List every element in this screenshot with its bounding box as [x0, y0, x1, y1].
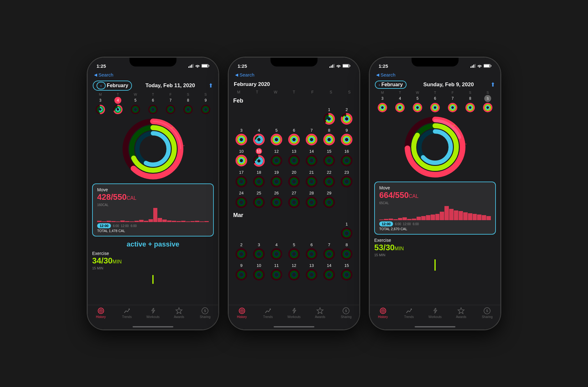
- svg-point-73: [239, 137, 244, 142]
- cal-ring-18: [253, 176, 265, 188]
- signal-icon-2: [329, 64, 334, 68]
- cal-week-mar-1: 1: [232, 220, 356, 241]
- svg-point-145: [274, 179, 279, 184]
- time-3: 1:25: [379, 63, 388, 69]
- cal-ring-mar3: [253, 248, 265, 260]
- header-1: ‹ February Today, Feb 11, 2020 ⬆: [88, 79, 218, 93]
- tab-sharing-3[interactable]: S Sharing: [474, 307, 500, 319]
- day-col-f-3: F 7: [444, 91, 461, 113]
- tab-workouts-1[interactable]: Workouts: [140, 307, 166, 319]
- day-col-t-3: T 4: [391, 91, 409, 113]
- search-bar-3[interactable]: ◀ Search: [370, 72, 500, 79]
- svg-point-288: [382, 310, 384, 311]
- phones-container: 1:25 ◀ Search ‹ February: [87, 57, 501, 330]
- svg-point-199: [344, 252, 349, 256]
- exercise-bar-1: [152, 275, 154, 284]
- tab-label-history-2: History: [237, 315, 247, 319]
- svg-rect-6: [209, 65, 209, 67]
- search-bar-1[interactable]: ◀ Search: [88, 72, 218, 79]
- tab-sharing-2[interactable]: S Sharing: [333, 307, 359, 319]
- day-col-s2: S 9: [197, 93, 214, 114]
- tab-label-history-3: History: [378, 315, 388, 319]
- tab-trends-2[interactable]: Trends: [255, 307, 281, 319]
- svg-point-169: [292, 200, 296, 204]
- svg-rect-55: [350, 65, 350, 67]
- svg-point-205: [257, 273, 261, 277]
- move-bars-3: [379, 206, 491, 220]
- share-button-1[interactable]: ⬆: [208, 82, 213, 89]
- cal-ring-28: [306, 196, 318, 208]
- activity-ring-large-3: → → ↑: [404, 116, 466, 178]
- move-unit-1: CAL: [127, 195, 136, 201]
- search-bar-2[interactable]: ◀ Search: [229, 72, 359, 79]
- sharing-icon-2: S: [342, 307, 350, 315]
- time-18-1: 6:00: [131, 224, 137, 228]
- ring-mini-f: [165, 104, 176, 114]
- tab-trends-1[interactable]: Trends: [114, 307, 140, 319]
- tab-awards-3[interactable]: Awards: [448, 307, 474, 319]
- battery-icon: [202, 64, 209, 68]
- svg-point-166: [274, 200, 279, 204]
- move-card-1: Move 428/550CAL 160CAL 12:00 6:00 12:00: [92, 183, 214, 236]
- cal-ring-29: [323, 196, 335, 208]
- svg-point-27: [169, 108, 172, 111]
- tab-sharing-1[interactable]: S Sharing: [192, 307, 218, 319]
- back-arrow-1: ◀: [94, 72, 97, 77]
- tab-history-2[interactable]: History: [229, 307, 255, 319]
- workouts-icon-3: [431, 307, 439, 315]
- tab-awards-2[interactable]: Awards: [307, 307, 333, 319]
- month-text-1: February: [107, 83, 128, 88]
- svg-point-223: [241, 310, 243, 311]
- tab-workouts-3[interactable]: Workouts: [422, 307, 448, 319]
- month-pill-1[interactable]: ‹ February: [93, 81, 132, 91]
- svg-text:↑: ↑: [437, 129, 439, 134]
- ring-mini-s: [183, 104, 193, 114]
- move-unit-3: CAL: [409, 194, 418, 199]
- tab-workouts-2[interactable]: Workouts: [281, 307, 307, 319]
- tab-history-3[interactable]: History: [370, 307, 396, 319]
- svg-rect-5: [202, 65, 207, 67]
- tab-bar-2: History Trends Workouts Awards S Sharing: [229, 305, 359, 325]
- ring-mini-s2: [201, 104, 211, 114]
- cal-ring-mar10: [253, 269, 265, 281]
- time-12-1: 12:00: [121, 224, 129, 228]
- svg-point-151: [309, 179, 314, 184]
- tab-history-1[interactable]: History: [88, 307, 114, 319]
- status-icons-1: [188, 64, 209, 68]
- svg-point-124: [274, 158, 279, 163]
- status-icons-3: [470, 64, 491, 68]
- notch-3: [412, 58, 459, 66]
- tab-label-sharing-3: Sharing: [482, 315, 492, 319]
- cal-week-mar-2: 2 3 4 5 6 7 8: [232, 241, 356, 261]
- exercise-value-display-1: 34/30MIN: [92, 256, 214, 266]
- tab-label-sharing-2: Sharing: [341, 315, 351, 319]
- day-col-s: S 8: [179, 93, 197, 114]
- trends-icon-2: [264, 307, 272, 315]
- month-pill-3[interactable]: ‹ February: [375, 81, 407, 89]
- ring-mini-w: [130, 104, 140, 114]
- cal-ring-19: [270, 176, 282, 188]
- home-indicator-3: [415, 326, 455, 327]
- phone-2: 1:25 ◀ Search February 2020 M: [228, 57, 360, 330]
- tab-trends-3[interactable]: Trends: [396, 307, 422, 319]
- cal-ring-10: [235, 155, 247, 167]
- svg-point-142: [257, 179, 261, 184]
- svg-point-208: [274, 273, 279, 277]
- svg-point-163: [257, 200, 261, 204]
- move-chart-1: 160CAL: [97, 203, 209, 222]
- chevron-left-3: ‹: [379, 82, 380, 87]
- search-label-1: Search: [98, 72, 113, 77]
- awards-icon-1: [175, 307, 183, 315]
- svg-point-157: [344, 179, 349, 184]
- svg-marker-289: [458, 308, 464, 314]
- svg-point-214: [309, 273, 314, 277]
- exercise-section-3: Exercise 53/30MIN 15 MIN: [374, 238, 496, 271]
- svg-point-175: [327, 200, 331, 204]
- share-button-3[interactable]: ⬆: [491, 81, 495, 88]
- cal-ring-16: [341, 155, 353, 167]
- home-indicator-1: [133, 326, 173, 327]
- tab-awards-1[interactable]: Awards: [166, 307, 192, 319]
- time-2: 1:25: [238, 63, 247, 69]
- svg-rect-52: [334, 64, 335, 68]
- day-col-m: M 3: [92, 93, 109, 114]
